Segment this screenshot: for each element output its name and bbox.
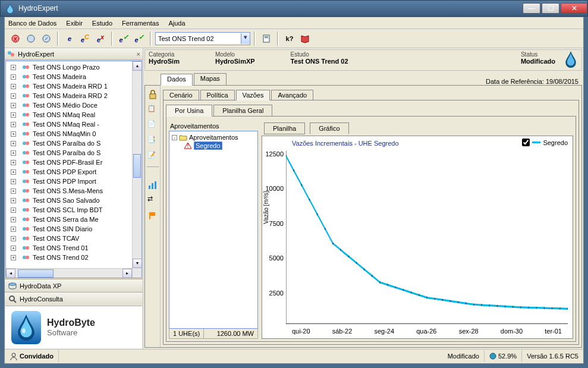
tree-expand-icon[interactable]: + (11, 112, 16, 118)
tree-item[interactable]: +Test ONS S.Mesa-Mens (6, 186, 142, 196)
tree-expand-icon[interactable]: + (11, 93, 16, 99)
sidebar-panel-hydroconsulta[interactable]: HydroConsulta (5, 292, 143, 305)
tree-item[interactable]: +Test ONS PDF-Brasil Er (6, 158, 142, 167)
tree-item[interactable]: +Test ONS PDP Export (6, 167, 142, 177)
tree-item[interactable]: +Test ONS SCL Imp BDT (6, 205, 142, 215)
tree-expand-icon[interactable]: + (11, 65, 16, 70)
tree-expand-icon[interactable]: + (11, 246, 16, 251)
side-icon-2[interactable]: 📄 (147, 120, 158, 131)
scroll-thumb-h[interactable] (18, 269, 54, 278)
tree-item[interactable]: +Test ONS Paraíba do S (6, 148, 142, 158)
legend-checkbox[interactable] (522, 139, 530, 146)
toolbar-btn-3[interactable] (39, 32, 54, 46)
toolbar-btn-e[interactable]: e (62, 32, 77, 46)
toolbar-study-select[interactable]: Test ONS Trend 02 ▾ (155, 32, 250, 45)
toolbar-btn-doc[interactable] (259, 32, 273, 46)
menu-exibir[interactable]: Exibir (66, 20, 83, 27)
scroll-down-button[interactable]: ▾ (133, 259, 142, 268)
sidebar-close-icon[interactable]: × (137, 51, 140, 58)
tree-expand-icon[interactable]: + (11, 255, 16, 260)
side-icon-flag[interactable] (147, 210, 158, 221)
toolbar-btn-ex[interactable]: ex (93, 32, 108, 46)
tree-item[interactable]: +Test ONS Sao Salvado (6, 196, 142, 205)
tree-item[interactable]: +Test ONS Madeira (6, 72, 142, 81)
tab-por-usina[interactable]: Por Usina (166, 105, 212, 117)
tree-expand-icon[interactable]: + (11, 188, 16, 194)
tree-expand-icon[interactable]: + (11, 103, 16, 108)
aprov-child[interactable]: ! Segredo (184, 141, 255, 150)
side-icon-1[interactable]: 📋 (147, 105, 158, 115)
tree-expand-icon[interactable]: + (11, 150, 16, 156)
tree-expand-icon[interactable]: + (11, 217, 16, 222)
tree-item[interactable]: +Test ONS PDP Import (6, 177, 142, 186)
chart-tab-planilha[interactable]: Planilha (264, 122, 305, 134)
tree-expand-icon[interactable]: + (11, 74, 16, 80)
scroll-right-button[interactable]: ▸ (122, 269, 132, 278)
side-icon-4[interactable]: 📝 (147, 151, 158, 162)
tab-planilha-geral[interactable]: Planilha Geral (213, 105, 272, 116)
tab-dados[interactable]: Dados (161, 74, 193, 86)
tree-item[interactable]: +Test ONS Madeira RRD 1 (6, 81, 142, 91)
chart-tab-grafico[interactable]: Gráfico (310, 122, 348, 134)
tab-avancado[interactable]: Avançado (271, 90, 313, 100)
tree-item-label: Test ONS Trend 02 (33, 254, 89, 261)
sidebar-tree[interactable]: +Test ONS Longo Prazo+Test ONS Madeira+T… (5, 61, 142, 278)
scroll-thumb[interactable] (133, 154, 141, 178)
tree-expand-icon[interactable]: + (11, 169, 16, 175)
tab-politica[interactable]: Política (200, 90, 235, 100)
tab-vazoes[interactable]: Vazões (236, 90, 271, 100)
menu-ferramentas[interactable]: Ferramentas (122, 20, 159, 27)
aprov-tree[interactable]: - Aproveitamentos ! Segredo (169, 131, 258, 329)
tree-item[interactable]: +Test ONS Trend 02 (6, 253, 142, 262)
toolbar-btn-2[interactable] (24, 32, 38, 46)
tree-expand-icon[interactable]: + (11, 179, 16, 184)
scroll-up-button[interactable]: ▴ (133, 61, 142, 71)
tree-item[interactable]: +Test ONS Médio Doce (6, 100, 142, 110)
tree-expand-icon[interactable]: + (11, 236, 16, 241)
tree-expand-icon[interactable]: + (11, 160, 16, 165)
tree-hscrollbar[interactable]: ◂ ▸ (6, 268, 132, 278)
tree-expand-icon[interactable]: + (11, 198, 16, 203)
svg-point-103 (552, 307, 553, 310)
aprov-root[interactable]: - Aproveitamentos (172, 134, 255, 141)
side-icon-lock[interactable] (147, 89, 158, 100)
tree-item[interactable]: +Test ONS Paraíba do S (6, 139, 142, 148)
toolbar-btn-book[interactable] (298, 32, 312, 46)
minimize-button[interactable]: — (523, 3, 540, 14)
toolbar-btn-eok[interactable]: e✓ (117, 32, 131, 46)
tree-item[interactable]: +Test ONS Longo Prazo (6, 62, 142, 72)
tree-item[interactable]: +Test ONS NMaq Real (6, 110, 142, 119)
toolbar-btn-ec[interactable]: eC (78, 32, 92, 46)
tree-item[interactable]: +Test ONS Serra da Me (6, 215, 142, 224)
tree-expand-icon[interactable]: + (11, 227, 16, 232)
tree-expand-icon[interactable]: + (11, 207, 16, 213)
tree-item[interactable]: +Test ONS Madeira RRD 2 (6, 91, 142, 100)
tree-expand-icon[interactable]: + (11, 141, 16, 146)
menu-ajuda[interactable]: Ajuda (168, 20, 185, 27)
menu-banco-de-dados[interactable]: Banco de Dados (8, 20, 56, 27)
toolbar-btn-eok2[interactable]: e✓ (132, 32, 146, 46)
scroll-left-button[interactable]: ◂ (6, 269, 15, 278)
tree-item[interactable]: +Test ONS NMaqMin 0 (6, 129, 142, 139)
maximize-button[interactable]: ☐ (542, 3, 559, 14)
close-button[interactable]: ✕ (561, 3, 587, 14)
tab-cenario[interactable]: Cenário (163, 90, 199, 100)
menu-estudo[interactable]: Estudo (92, 20, 112, 27)
toolbar-btn-help[interactable]: k? (282, 32, 297, 46)
tree-expand-icon[interactable]: + (11, 84, 16, 89)
tree-item[interactable]: +Test ONS TCAV (6, 234, 142, 243)
tree-item[interactable]: +Test ONS NMaq Real - (6, 119, 142, 129)
tab-mapas[interactable]: Mapas (194, 73, 227, 85)
tree-collapse-icon[interactable]: - (172, 135, 177, 140)
tree-expand-icon[interactable]: + (11, 131, 16, 137)
tree-vscrollbar[interactable]: ▴ ▾ (132, 61, 142, 278)
tree-expand-icon[interactable]: + (11, 122, 16, 127)
tree-item[interactable]: +Test ONS Trend 01 (6, 243, 142, 253)
tree-item-label: Test ONS SCL Imp BDT (33, 206, 103, 213)
toolbar-btn-1[interactable]: x (8, 32, 23, 46)
side-icon-export[interactable]: ⇄ (147, 195, 158, 206)
side-icon-chart[interactable] (147, 180, 158, 190)
side-icon-3[interactable]: 📑 (147, 136, 158, 146)
sidebar-panel-hydrodata[interactable]: HydroData XP (5, 279, 143, 292)
tree-item[interactable]: +Test ONS SIN Diario (6, 224, 142, 234)
